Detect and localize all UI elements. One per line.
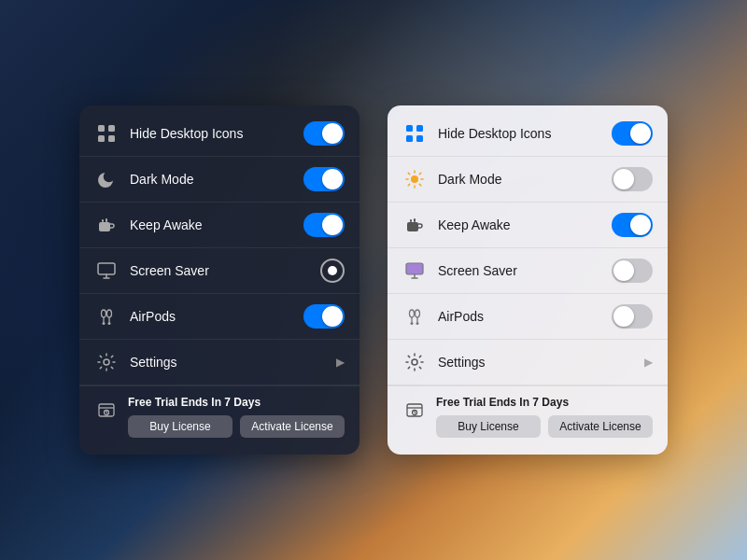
item-label: Screen Saver	[130, 263, 309, 278]
list-item: Dark Mode	[388, 157, 668, 203]
light-panel: Hide Desktop Icons Dark Mode	[388, 105, 668, 455]
list-item: Hide Desktop Icons	[79, 111, 359, 157]
dark-panel: Hide Desktop Icons Dark Mode	[79, 105, 359, 455]
svg-point-29	[411, 322, 414, 325]
arrow-icon: ▶	[336, 356, 345, 369]
hide-desktop-toggle[interactable]	[303, 121, 345, 146]
monitor-icon	[402, 259, 427, 283]
svg-point-11	[107, 310, 112, 317]
svg-rect-23	[410, 219, 412, 222]
svg-rect-1	[108, 125, 115, 132]
svg-point-21	[411, 175, 418, 183]
airpods-icon	[402, 304, 427, 329]
list-item: Hide Desktop Icons	[388, 111, 668, 157]
trial-message-light: Free Trial Ends In 7 Days	[436, 396, 653, 409]
item-label: Dark Mode	[438, 172, 600, 187]
item-label: Screen Saver	[438, 263, 600, 278]
keep-awake-toggle[interactable]	[303, 213, 345, 237]
airpods-toggle-light[interactable]	[612, 304, 653, 329]
coffee-icon	[94, 213, 119, 237]
svg-rect-22	[407, 222, 418, 231]
svg-rect-19	[406, 135, 413, 142]
screen-saver-radio[interactable]	[320, 259, 345, 283]
activate-license-button-light[interactable]: Activate License	[548, 415, 653, 438]
panels-container: Hide Desktop Icons Dark Mode	[0, 0, 747, 560]
trial-icon-light	[402, 398, 427, 422]
sun-icon	[402, 167, 427, 191]
item-label: Keep Awake	[438, 217, 600, 232]
activate-license-button[interactable]: Activate License	[240, 415, 345, 438]
keep-awake-toggle-light[interactable]	[612, 213, 653, 237]
svg-point-8	[102, 310, 106, 317]
svg-rect-7	[98, 263, 115, 274]
item-label: Settings	[130, 355, 325, 370]
svg-rect-17	[406, 125, 413, 132]
grid-icon	[402, 121, 427, 146]
svg-rect-6	[106, 218, 107, 222]
buy-license-button-light[interactable]: Buy License	[436, 415, 541, 438]
svg-point-33	[412, 359, 417, 365]
item-label: AirPods	[438, 309, 600, 324]
coffee-icon	[402, 213, 427, 237]
grid-icon	[94, 121, 119, 146]
svg-rect-2	[98, 135, 105, 142]
item-label: Dark Mode	[130, 172, 292, 187]
trial-message: Free Trial Ends In 7 Days	[128, 396, 345, 409]
list-item: AirPods	[79, 294, 359, 340]
svg-rect-24	[414, 218, 416, 222]
dark-mode-toggle[interactable]	[303, 167, 345, 191]
item-label: Keep Awake	[130, 217, 292, 232]
moon-icon	[94, 167, 119, 191]
item-label: Hide Desktop Icons	[438, 126, 600, 141]
svg-rect-3	[108, 135, 115, 142]
arrow-icon: ▶	[644, 356, 653, 369]
trial-icon	[94, 398, 119, 422]
item-label: Hide Desktop Icons	[130, 126, 292, 141]
airpods-icon	[94, 304, 119, 329]
footer-buttons-light: Buy License Activate License	[436, 415, 653, 438]
list-item: AirPods	[388, 294, 668, 340]
buy-license-button[interactable]: Buy License	[128, 415, 233, 438]
svg-point-27	[410, 310, 415, 317]
list-item: Keep Awake	[79, 203, 359, 248]
screen-saver-toggle-light[interactable]	[612, 259, 653, 283]
airpods-toggle[interactable]	[303, 304, 345, 329]
list-item: Settings ▶	[388, 340, 668, 385]
trial-footer-light: Free Trial Ends In 7 Days Buy License Ac…	[388, 385, 668, 449]
trial-footer: Free Trial Ends In 7 Days Buy License Ac…	[79, 385, 359, 449]
list-item: Keep Awake	[388, 203, 668, 248]
item-label: Settings	[438, 355, 633, 370]
svg-rect-18	[416, 125, 423, 132]
svg-point-10	[103, 322, 106, 325]
list-item: Screen Saver	[79, 248, 359, 294]
trial-text-area-light: Free Trial Ends In 7 Days Buy License Ac…	[436, 396, 653, 438]
settings-icon	[402, 350, 427, 374]
svg-point-13	[108, 322, 111, 325]
monitor-icon	[94, 259, 119, 283]
svg-point-32	[416, 322, 419, 325]
list-item: Settings ▶	[79, 340, 359, 385]
dark-mode-toggle-light[interactable]	[612, 167, 653, 191]
footer-buttons: Buy License Activate License	[128, 415, 345, 438]
svg-rect-5	[102, 219, 104, 222]
hide-desktop-toggle-light[interactable]	[612, 121, 653, 146]
svg-point-14	[104, 359, 109, 365]
trial-text-area: Free Trial Ends In 7 Days Buy License Ac…	[128, 396, 345, 438]
svg-rect-4	[99, 222, 110, 231]
list-item: Dark Mode	[79, 157, 359, 203]
item-label: AirPods	[130, 309, 292, 324]
svg-rect-25	[406, 263, 423, 274]
svg-rect-0	[98, 125, 105, 132]
svg-rect-20	[416, 135, 423, 142]
list-item: Screen Saver	[388, 248, 668, 294]
settings-icon	[94, 350, 119, 374]
svg-point-30	[416, 310, 420, 317]
